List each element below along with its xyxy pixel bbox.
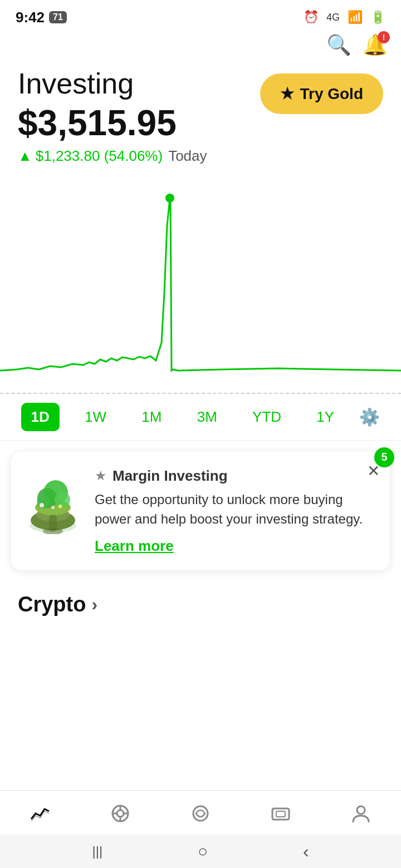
- android-nav-bar: ||| ○ ‹: [0, 835, 401, 868]
- time-1d-button[interactable]: 1D: [21, 403, 60, 431]
- network-icon: 4G: [326, 12, 340, 23]
- nav-options[interactable]: [190, 803, 211, 823]
- try-gold-label: Try Gold: [300, 85, 363, 103]
- promo-description: Get the opportunity to unlock more buyin…: [95, 490, 374, 529]
- crypto-heading-text: Crypto: [18, 593, 86, 617]
- chart-peak-dot: [165, 194, 174, 203]
- time-1y-button[interactable]: 1Y: [306, 403, 344, 431]
- change-period: Today: [168, 147, 207, 165]
- up-arrow-icon: ▲: [18, 147, 32, 165]
- header-left: Investing $3,515.95 ▲ $1,233.80 (54.06%)…: [18, 68, 207, 165]
- crypto-chevron-icon: ›: [91, 594, 97, 615]
- star-icon: ★: [280, 85, 294, 103]
- promo-content: ★ Margin Investing Get the opportunity t…: [95, 467, 374, 555]
- learn-more-link[interactable]: Learn more: [95, 537, 174, 554]
- status-badge: 71: [49, 11, 67, 23]
- nav-cash[interactable]: [271, 803, 291, 823]
- signal-icon: 📶: [348, 10, 363, 24]
- svg-point-9: [58, 505, 62, 508]
- chart-nav-icon: [30, 803, 50, 823]
- svg-point-6: [55, 492, 70, 507]
- margin-investing-illustration: [22, 467, 84, 534]
- android-menu-button[interactable]: |||: [92, 844, 102, 859]
- svg-point-22: [357, 806, 365, 814]
- svg-point-8: [40, 503, 44, 507]
- profile-nav-icon: [351, 803, 371, 823]
- android-back-button[interactable]: ‹: [303, 841, 309, 862]
- status-bar: 9:42 71 ⏰ 4G 📶 🔋: [0, 0, 401, 31]
- try-gold-button[interactable]: ★ Try Gold: [260, 68, 383, 114]
- search-button[interactable]: 🔍: [326, 33, 351, 57]
- alarm-icon: ⏰: [304, 10, 319, 24]
- portfolio-chart: [0, 181, 401, 393]
- crypto-section: Crypto ›: [0, 581, 401, 622]
- notification-button[interactable]: 🔔 !: [363, 33, 388, 57]
- chart-area: [0, 181, 401, 393]
- home-nav-icon: [110, 803, 130, 823]
- bottom-nav: [0, 790, 401, 835]
- android-home-button[interactable]: ○: [198, 842, 208, 861]
- promo-title: Margin Investing: [113, 467, 228, 485]
- svg-rect-20: [272, 808, 289, 820]
- promo-card: 5 ★ Margin Investing: [11, 452, 390, 571]
- crypto-heading[interactable]: Crypto ›: [18, 593, 383, 617]
- cash-nav-icon: [271, 803, 291, 823]
- svg-point-14: [117, 810, 124, 817]
- nav-investing[interactable]: [30, 803, 50, 823]
- portfolio-change: ▲ $1,233.80 (54.06%) Today: [18, 147, 207, 165]
- promo-star-icon: ★: [95, 468, 107, 484]
- time-ytd-button[interactable]: YTD: [242, 403, 291, 431]
- time-1m-button[interactable]: 1M: [131, 403, 172, 431]
- svg-point-10: [51, 506, 55, 509]
- status-right: ⏰ 4G 📶 🔋: [304, 10, 385, 24]
- time-range-bar: 1D 1W 1M 3M YTD 1Y ⚙️: [0, 393, 401, 441]
- notification-badge: !: [378, 31, 390, 43]
- nav-home[interactable]: [110, 803, 130, 823]
- svg-rect-21: [276, 811, 285, 817]
- page-title: Investing: [18, 68, 207, 100]
- nav-profile[interactable]: [351, 803, 371, 823]
- battery-icon: 🔋: [370, 10, 385, 24]
- try-gold-btn[interactable]: ★ Try Gold: [260, 73, 383, 114]
- promo-image: [22, 467, 84, 534]
- status-left: 9:42 71: [16, 9, 67, 26]
- promo-notification-dot: 5: [374, 447, 394, 467]
- time-1w-button[interactable]: 1W: [75, 403, 116, 431]
- time-3m-button[interactable]: 3M: [187, 403, 227, 431]
- options-nav-icon: [190, 803, 211, 823]
- top-actions: 🔍 🔔 !: [0, 31, 401, 62]
- header-section: Investing $3,515.95 ▲ $1,233.80 (54.06%)…: [0, 62, 401, 165]
- promo-title-row: ★ Margin Investing: [95, 467, 374, 485]
- change-amount: $1,233.80 (54.06%): [36, 147, 163, 165]
- portfolio-value: $3,515.95: [18, 103, 207, 144]
- chart-settings-button[interactable]: ⚙️: [359, 407, 380, 427]
- status-time: 9:42: [16, 9, 45, 26]
